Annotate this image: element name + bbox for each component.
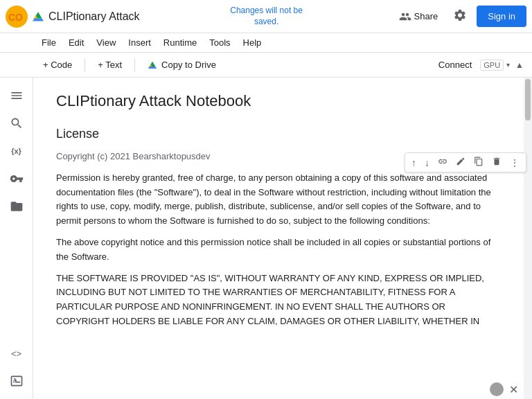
colab-logo-icon: CO [6,6,28,28]
more-options-button[interactable]: ⋮ [506,155,523,170]
folder-icon [10,200,24,213]
close-button[interactable]: ✕ [509,383,518,396]
toolbar-separator-2 [134,58,135,72]
variables-label: {x} [11,147,21,155]
menu-tools[interactable]: Tools [204,36,236,49]
connect-area: Connect GPU ▾ ▲ [433,57,526,73]
sign-in-button[interactable]: Sign in [477,6,526,27]
app-title: CLIPtionary Attack [48,10,140,23]
trash-icon [492,157,502,166]
logo-area: CO CLIPtionary Attack [6,6,140,28]
content-area: CLIPtionary Attack Notebook License Copy… [33,78,524,399]
collapse-button[interactable]: ▲ [513,59,526,71]
menu-insert[interactable]: Insert [123,36,157,49]
menu-help[interactable]: Help [238,36,267,49]
sidebar: {x} <> [0,78,33,399]
bottom-controls: ✕ [490,382,518,396]
menu-bar: File Edit View Insert Runtime Tools Help [0,33,532,53]
move-up-button[interactable]: ↑ [408,155,420,170]
menu-view[interactable]: View [91,36,121,49]
add-text-button[interactable]: + Text [91,57,129,73]
svg-text:CO: CO [8,12,23,23]
license-paragraph-3: THE SOFTWARE IS PROVIDED "AS IS", WITHOU… [56,272,501,329]
circle-button[interactable] [490,382,504,396]
copy-icon [474,157,484,166]
code-icon: <> [11,348,21,359]
scrollbar[interactable] [524,78,532,399]
sidebar-item-secrets[interactable] [4,166,29,191]
sidebar-item-terminal[interactable] [4,369,29,393]
sidebar-item-variables[interactable]: {x} [4,139,29,163]
connect-button[interactable]: Connect [433,57,477,73]
drive-icon [148,60,157,70]
license-heading: License [56,127,501,141]
menu-file[interactable]: File [36,36,62,49]
toolbar: + Code + Text Copy to Drive Connect GPU … [0,53,532,78]
add-code-button[interactable]: + Code [36,57,79,73]
top-bar-actions: Share Sign in [393,6,526,28]
sidebar-item-files[interactable] [4,194,29,219]
key-icon [10,172,24,186]
license-paragraph-2: The above copyright notice and this perm… [56,236,501,265]
menu-edit[interactable]: Edit [63,36,89,49]
sidebar-item-toc[interactable] [4,83,29,108]
person-icon [399,10,411,23]
link-icon [438,157,447,166]
gear-icon [453,8,467,22]
notebook-title: CLIPtionary Attack Notebook [56,92,501,110]
settings-button[interactable] [449,6,471,28]
license-paragraph-1: Permission is hereby granted, free of ch… [56,171,501,229]
scrollbar-thumb[interactable] [525,79,531,121]
menu-runtime[interactable]: Runtime [158,36,202,49]
sidebar-item-search[interactable] [4,111,29,136]
cell-toolbar: ↑ ↓ ⋮ [405,152,526,172]
search-icon [10,116,24,130]
list-icon [10,89,24,103]
copy-to-drive-button[interactable]: Copy to Drive [141,57,223,73]
notebook-cell: CLIPtionary Attack Notebook License Copy… [50,89,507,339]
terminal-icon [10,374,24,388]
top-bar: CO CLIPtionary Attack Changes will not b… [0,0,532,33]
toolbar-separator [85,58,85,72]
gpu-badge: GPU [480,60,504,71]
delete-cell-button[interactable] [488,154,505,170]
sidebar-item-code[interactable]: <> [4,341,29,366]
pencil-icon [456,157,466,166]
edit-button[interactable] [452,154,469,170]
main-layout: {x} <> ↑ ↓ [0,78,532,399]
changes-notice: Changes will not be saved. [230,6,303,27]
share-button[interactable]: Share [393,8,444,26]
chevron-down-icon[interactable]: ▾ [506,61,510,69]
link-button[interactable] [434,154,451,170]
google-drive-icon [32,10,44,23]
move-down-button[interactable]: ↓ [421,155,433,170]
copy-cell-button[interactable] [470,154,487,170]
